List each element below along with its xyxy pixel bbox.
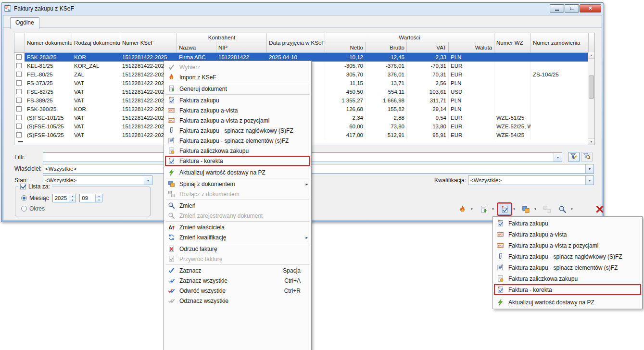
toolbar-button-zamknij[interactable] xyxy=(593,203,606,215)
menu-item-dd-aktualizuj-pz[interactable]: Aktualizuj wartość dostawy na PZ xyxy=(494,297,641,308)
menu-item-faktura-korekta[interactable]: Faktura - korekta xyxy=(165,156,310,166)
menu-item-zaznacz[interactable]: ZaznaczSpacja xyxy=(165,265,310,275)
row-checkbox[interactable] xyxy=(16,132,22,138)
spinner-down-icon[interactable]: ▼ xyxy=(96,198,102,202)
doc-unlink-icon[interactable] xyxy=(540,203,554,215)
toolbar-button-spinaj-dokument[interactable]: ▼ xyxy=(519,203,538,215)
menu-item-dd-spinacz-elementow[interactable]: Faktura zakupu - spinacz elementów (s)FZ xyxy=(494,262,641,273)
miesiac-radio[interactable] xyxy=(21,195,27,201)
reject-icon xyxy=(167,245,176,253)
spinner-up-icon[interactable]: ▲ xyxy=(69,194,76,198)
header-numer-dokumentu[interactable]: Numer dokumentu xyxy=(25,33,72,52)
filter-builder-button[interactable] xyxy=(568,152,580,162)
dropdown-arrow-icon[interactable]: ▼ xyxy=(490,203,496,215)
row-checkbox[interactable] xyxy=(16,80,22,86)
magnifier-icon[interactable] xyxy=(556,203,569,215)
spinner-down-icon[interactable]: ▼ xyxy=(69,198,76,202)
toolbar-button-import-ksef[interactable]: ▼ xyxy=(455,203,475,215)
menu-item-import-ksef[interactable]: Import z KSeF xyxy=(165,72,310,82)
wlasciciel-combobox[interactable]: <Wszystkie> ▼ xyxy=(43,164,594,174)
menu-item-spinacz-elementow[interactable]: Faktura zakupu - spinacz elementów (s)FZ xyxy=(165,136,310,146)
row-checkbox[interactable] xyxy=(16,98,22,103)
header-data-przyjecia[interactable]: Data przyjęcia w KSeF xyxy=(267,33,325,52)
menu-item-zmien[interactable]: Zmień xyxy=(165,200,310,211)
row-checkbox[interactable] xyxy=(16,63,22,68)
menu-item-dd-faktura-avista-pozycje[interactable]: VATFaktura zakupu a-vista z pozycjami xyxy=(494,240,641,251)
header-netto[interactable]: Netto xyxy=(325,42,366,52)
filter-search-button[interactable] xyxy=(581,152,593,162)
toolbar-button-generuj-fakture[interactable]: ▼ xyxy=(498,203,517,215)
menu-item-zaznacz-wszystkie[interactable]: Zaznacz wszystkieCtrl+A xyxy=(165,275,310,286)
okres-radio[interactable] xyxy=(21,206,27,212)
tab-ogolne[interactable]: Ogólne xyxy=(10,17,39,29)
kwalifikacja-combobox[interactable]: <Wszystkie> ▼ xyxy=(468,175,594,185)
header-vat[interactable]: VAT xyxy=(407,42,449,52)
row-checkbox[interactable] xyxy=(16,115,22,120)
lista-za-checkbox[interactable] xyxy=(20,184,26,189)
menu-item-odwroc-wszystkie[interactable]: Odwróć wszystkieCtrl+R xyxy=(165,286,310,296)
dropdown-arrow-icon[interactable]: ▼ xyxy=(469,203,475,215)
menu-item-dd-spinacz-naglowkowy[interactable]: Faktura zakupu - spinacz nagłówkowy (S)F… xyxy=(494,251,641,262)
row-checkbox[interactable] xyxy=(16,89,22,94)
menu-item-spinacz-naglowkowy[interactable]: Faktura zakupu - spinacz nagłówkowy (S)F… xyxy=(165,125,310,136)
doc-link-icon[interactable] xyxy=(519,203,532,215)
menu-item-dd-faktura-korekta[interactable]: Faktura - korekta xyxy=(494,284,641,295)
dropdown-arrow-icon[interactable]: ▼ xyxy=(569,203,575,215)
menu-item-dd-faktura-zakupu[interactable]: Faktura zakupu xyxy=(494,218,641,229)
dropdown-arrow-icon[interactable]: ▼ xyxy=(511,203,517,215)
menu-item-faktura-zakupu[interactable]: Faktura zakupu xyxy=(165,95,310,105)
vertical-scrollbar[interactable]: ▲ ▼ xyxy=(588,52,594,145)
header-numer-zamowienia[interactable]: Numer zamówienia xyxy=(531,33,589,52)
toolbar-button-rozlacz-dokument[interactable] xyxy=(540,203,554,215)
toolbar-button-zmien[interactable]: ▼ xyxy=(556,203,575,215)
dropdown-arrow-icon[interactable]: ▼ xyxy=(532,203,538,215)
row-checkbox[interactable] xyxy=(16,72,22,77)
maximize-button[interactable] xyxy=(565,4,579,12)
scroll-down-icon[interactable]: ▼ xyxy=(588,138,594,145)
menu-item-faktura-avista[interactable]: VATFaktura zakupu a-vista xyxy=(165,105,310,115)
header-group-kontrahent: Kontrahent Nazwa NIP xyxy=(177,33,267,52)
toolbar-button-generuj-dokument[interactable]: ▼ xyxy=(477,203,496,215)
header-numer-ksef[interactable]: Numer KSeF xyxy=(120,33,177,52)
menu-item-zmien-kwalifikacje[interactable]: Zmień kwalifikację▸ xyxy=(165,232,310,242)
menu-item-zmien-wlasciciela[interactable]: AZmień właściciela xyxy=(165,222,310,232)
header-numer-wz[interactable]: Numer WZ xyxy=(494,33,531,52)
flame-icon[interactable] xyxy=(455,203,469,215)
doc-gen-icon[interactable] xyxy=(477,203,490,215)
close-window-button[interactable]: ✕ xyxy=(580,4,601,12)
scrollbar-thumb[interactable] xyxy=(589,75,594,99)
menu-item-spinaj-z-dokumentem[interactable]: Spinaj z dokumentem▸ xyxy=(165,179,310,189)
doc-check-icon[interactable] xyxy=(498,203,511,215)
scroll-up-icon[interactable]: ▲ xyxy=(588,52,594,59)
menu-item-odznacz-wszystkie[interactable]: Odznacz wszystkie xyxy=(165,296,310,306)
menu-item-generuj-dokument[interactable]: Generuj dokument xyxy=(165,84,310,94)
band-kontrahent[interactable]: Kontrahent xyxy=(177,33,267,42)
header-nazwa[interactable]: Nazwa xyxy=(177,42,216,52)
spinner-up-icon[interactable]: ▲ xyxy=(96,194,102,198)
row-checkbox[interactable] xyxy=(16,124,22,129)
minimize-button[interactable] xyxy=(550,4,564,12)
chevron-down-icon[interactable]: ▼ xyxy=(554,153,562,162)
menu-item-odrzuc-fakture[interactable]: Odrzuć fakturę xyxy=(165,244,310,254)
month-spinner[interactable]: 09 ▲▼ xyxy=(79,194,102,202)
menu-item-faktura-zaliczkowa[interactable]: Faktura zaliczkowa zakupu xyxy=(165,146,310,156)
header-brutto[interactable]: Brutto xyxy=(366,42,407,52)
chevron-down-icon[interactable]: ▼ xyxy=(585,164,593,173)
chevron-down-icon[interactable]: ▼ xyxy=(585,176,593,185)
header-rodzaj-dokumentu[interactable]: Rodzaj dokumentu xyxy=(72,33,120,52)
band-wartosci[interactable]: Wartości xyxy=(325,33,494,42)
stan-combobox[interactable]: <Wszystkie> ▼ xyxy=(43,175,152,185)
header-waluta[interactable]: Waluta xyxy=(449,42,494,52)
menu-item-dd-faktura-avista[interactable]: VATFaktura zakupu a-vista xyxy=(494,229,641,240)
row-checkbox[interactable] xyxy=(16,106,22,112)
close-x-icon[interactable] xyxy=(593,203,606,215)
menu-item-dd-faktura-zaliczkowa[interactable]: Faktura zaliczkowa zakupu xyxy=(494,273,641,284)
header-nip[interactable]: NIP xyxy=(216,42,267,52)
chevron-down-icon[interactable]: ▼ xyxy=(144,176,152,185)
clip-list-icon xyxy=(167,137,176,145)
menu-item-aktualizuj-pz[interactable]: Aktualizuj wartość dostawy na PZ xyxy=(165,167,310,177)
menu-item-faktura-avista-pozycje[interactable]: VATFaktura zakupu a-vista z pozycjami xyxy=(165,115,310,125)
year-spinner[interactable]: 2025 ▲▼ xyxy=(52,194,76,202)
row-checkbox[interactable] xyxy=(16,54,22,60)
header-checkbox-column[interactable] xyxy=(14,33,25,52)
